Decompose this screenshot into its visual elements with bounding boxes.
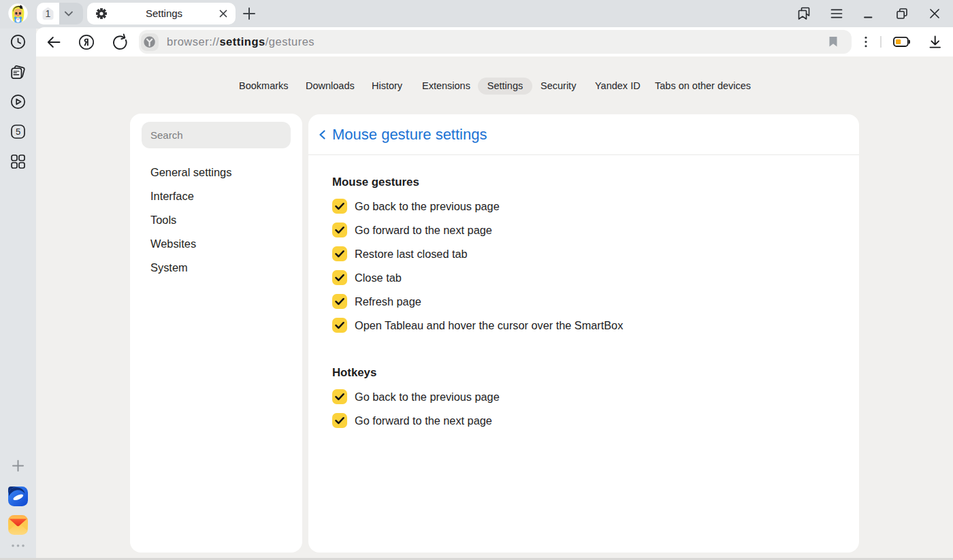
svg-text:5: 5	[16, 127, 20, 137]
svg-text:1: 1	[46, 8, 51, 19]
